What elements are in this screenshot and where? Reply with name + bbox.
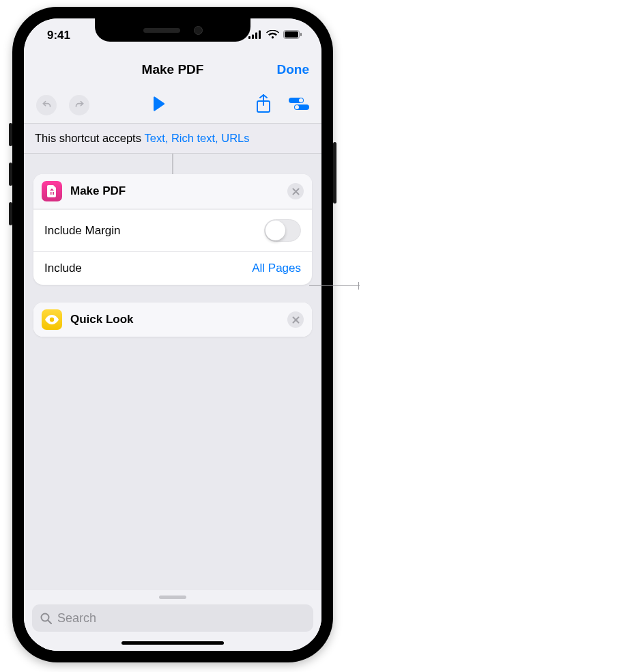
eye-icon xyxy=(42,309,62,330)
battery-icon xyxy=(283,29,302,42)
label-include: Include xyxy=(44,262,82,275)
row-include-margin: Include Margin xyxy=(33,209,312,251)
svg-rect-5 xyxy=(285,31,298,38)
redo-button[interactable] xyxy=(69,95,89,115)
cell-signal-icon xyxy=(248,29,262,42)
share-button[interactable] xyxy=(256,94,271,116)
screen: 9:41 Make PDF Done xyxy=(24,18,321,651)
svg-line-14 xyxy=(48,620,52,624)
svg-rect-6 xyxy=(300,33,302,36)
svg-rect-3 xyxy=(259,31,261,40)
label-include-margin: Include Margin xyxy=(44,224,121,238)
settings-toggle-button[interactable] xyxy=(289,97,309,113)
search-input[interactable]: Search xyxy=(32,604,313,632)
remove-action-make-pdf[interactable] xyxy=(287,183,304,199)
svg-point-9 xyxy=(299,98,303,102)
pdf-doc-icon xyxy=(42,181,62,201)
accepts-banner[interactable]: This shortcut accepts Text, Rich text, U… xyxy=(24,124,321,154)
undo-button[interactable] xyxy=(36,95,57,115)
status-time: 9:41 xyxy=(47,29,70,42)
notch xyxy=(95,18,250,42)
callout-line xyxy=(309,285,360,286)
page-title: Make PDF xyxy=(142,62,204,77)
svg-point-11 xyxy=(295,105,299,109)
sheet-grabber[interactable] xyxy=(159,596,186,599)
wifi-icon xyxy=(266,29,279,42)
remove-action-quick-look[interactable] xyxy=(287,311,304,328)
svg-rect-0 xyxy=(248,36,250,39)
phone-frame: 9:41 Make PDF Done xyxy=(12,7,333,662)
action-card-quick-look: Quick Look xyxy=(33,303,312,337)
callout-tick xyxy=(358,282,359,290)
svg-rect-2 xyxy=(255,33,257,40)
switch-include-margin[interactable] xyxy=(264,219,301,242)
search-placeholder: Search xyxy=(57,611,96,626)
svg-rect-1 xyxy=(252,35,254,40)
action-title-make-pdf: Make PDF xyxy=(70,184,126,198)
value-include-pages: All Pages xyxy=(252,262,301,275)
accepts-types: Text, Rich text, URLs xyxy=(144,132,249,144)
play-button[interactable] xyxy=(152,102,166,113)
flow-connector xyxy=(172,154,173,174)
action-header-quick-look[interactable]: Quick Look xyxy=(33,303,312,337)
search-icon xyxy=(40,613,52,624)
done-button[interactable]: Done xyxy=(277,62,310,77)
nav-bar: Make PDF Done xyxy=(24,53,321,87)
row-include-pages[interactable]: Include All Pages xyxy=(33,251,312,285)
front-camera xyxy=(194,26,203,35)
action-card-make-pdf: Make PDF Include Margin Include All Page… xyxy=(33,174,312,285)
svg-point-12 xyxy=(50,318,54,322)
workflow-canvas: Make PDF Include Margin Include All Page… xyxy=(24,154,321,651)
speaker-grille xyxy=(143,28,180,33)
action-header-make-pdf[interactable]: Make PDF xyxy=(33,174,312,209)
toolbar xyxy=(24,87,321,124)
action-title-quick-look: Quick Look xyxy=(70,313,134,326)
home-indicator[interactable] xyxy=(121,641,224,645)
accepts-prefix: This shortcut accepts xyxy=(35,132,144,144)
